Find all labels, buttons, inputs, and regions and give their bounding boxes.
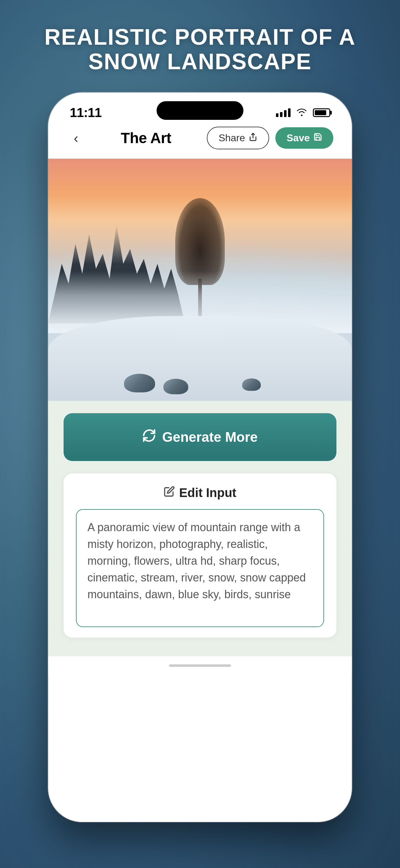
dynamic-island — [157, 101, 243, 120]
rock-3 — [242, 378, 261, 391]
home-indicator — [48, 656, 352, 675]
generate-icon — [142, 429, 156, 445]
status-icons — [276, 106, 330, 119]
headline-section: REALISTIC PORTRAIT OF A SNOW LANDSCAPE — [0, 25, 400, 74]
back-button[interactable]: ‹ — [67, 129, 85, 148]
snow-ground — [48, 316, 352, 401]
generated-image — [48, 159, 352, 401]
nav-title: The Art — [121, 129, 171, 147]
status-bar: 11:11 — [48, 93, 352, 124]
phone-frame: 11:11 ‹ The Art Share — [48, 93, 352, 822]
prompt-textarea[interactable] — [76, 509, 324, 627]
generate-more-button[interactable]: Generate More — [64, 413, 336, 461]
pencil-icon — [164, 486, 175, 500]
nav-actions: Share Save — [207, 127, 333, 149]
wifi-icon — [296, 106, 307, 119]
share-icon — [249, 132, 257, 144]
signal-icon — [276, 108, 291, 117]
status-time: 11:11 — [70, 105, 101, 120]
home-bar — [169, 664, 231, 667]
save-icon — [313, 132, 322, 144]
headline-title: REALISTIC PORTRAIT OF A SNOW LANDSCAPE — [25, 25, 375, 74]
battery-icon — [313, 108, 330, 117]
rock-1 — [124, 374, 155, 393]
generate-more-label: Generate More — [162, 429, 258, 445]
share-label: Share — [219, 132, 245, 144]
edit-input-title: Edit Input — [179, 486, 236, 500]
save-label: Save — [287, 132, 310, 144]
edit-input-header: Edit Input — [76, 486, 324, 500]
share-button[interactable]: Share — [207, 127, 269, 149]
content-area: Generate More Edit Input — [48, 401, 352, 656]
back-chevron-icon: ‹ — [74, 130, 78, 146]
nav-bar: ‹ The Art Share Save — [48, 124, 352, 159]
edit-input-section: Edit Input — [64, 473, 336, 638]
generated-image-container — [48, 159, 352, 401]
rock-2 — [163, 379, 188, 394]
save-button[interactable]: Save — [275, 127, 333, 149]
